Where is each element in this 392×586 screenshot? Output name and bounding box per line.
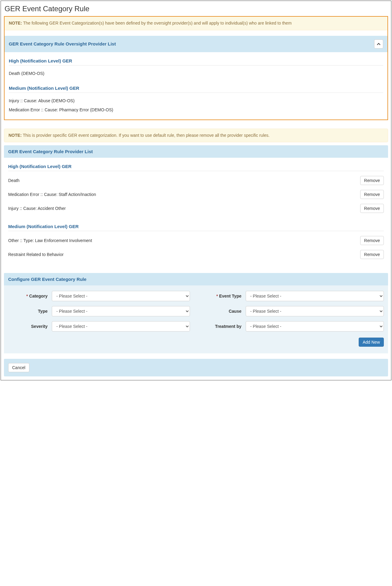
note-label: NOTE: [9, 21, 22, 25]
configure-body: *Category - Please Select - *Event Type … [4, 285, 388, 353]
rule-row: Other :: Type: Law Enforcement Involveme… [8, 234, 384, 248]
level-heading: Medium (Notification Level) GER [8, 224, 384, 231]
rule-text: Death [8, 178, 19, 183]
form-row-category: *Category - Please Select - [8, 291, 190, 301]
note-text: This is provider specific GER event cate… [23, 133, 270, 138]
remove-button[interactable]: Remove [360, 250, 384, 259]
rule-row: Injury :: Cause: Accident Other Remove [8, 201, 384, 215]
level-heading: Medium (Notification Level) GER [9, 86, 383, 93]
treatment-by-select[interactable]: - Please Select - [246, 321, 384, 332]
footer-bar: Cancel [4, 359, 388, 376]
form-row-type: Type - Please Select - [8, 306, 190, 316]
level-heading: High (Notification Level) GER [8, 164, 384, 171]
event-type-select[interactable]: - Please Select - [246, 291, 384, 301]
provider-section: GER Event Category Rule Provider List Hi… [4, 145, 388, 268]
cause-select[interactable]: - Please Select - [246, 306, 384, 316]
rule-text: Other :: Type: Law Enforcement Involveme… [8, 238, 92, 243]
category-label: *Category [8, 294, 48, 298]
category-select[interactable]: - Please Select - [52, 291, 190, 301]
form-row-treatment-by: Treatment by - Please Select - [202, 321, 384, 332]
add-new-button[interactable]: Add New [359, 338, 384, 347]
event-type-label: *Event Type [202, 294, 241, 298]
provider-heading-text: GER Event Category Rule Provider List [8, 149, 93, 154]
cancel-button[interactable]: Cancel [8, 363, 29, 372]
severity-select[interactable]: - Please Select - [52, 321, 190, 332]
form-row-cause: Cause - Please Select - [202, 306, 384, 316]
type-select[interactable]: - Please Select - [52, 306, 190, 316]
rule-text: Restraint Related to Behavior [8, 252, 64, 257]
remove-button[interactable]: Remove [360, 190, 384, 199]
remove-button[interactable]: Remove [360, 236, 384, 245]
rule-row: Restraint Related to Behavior Remove [8, 248, 384, 261]
rule-item: Medication Error :: Cause: Pharmacy Erro… [9, 104, 383, 113]
provider-panel-heading: GER Event Category Rule Provider List [4, 145, 388, 158]
rule-item: Injury :: Cause: Abuse (DEMO-OS) [9, 95, 383, 104]
oversight-panel-heading: GER Event Category Rule Oversight Provid… [5, 36, 387, 52]
required-asterisk: * [216, 294, 218, 298]
configure-panel-heading: Configure GER Event Category Rule [4, 273, 388, 285]
configure-section: Configure GER Event Category Rule *Categ… [4, 273, 388, 353]
configure-heading-text: Configure GER Event Category Rule [8, 277, 86, 282]
note-text: The following GER Event Categorization(s… [23, 21, 291, 25]
note-oversight: NOTE: The following GER Event Categoriza… [5, 17, 387, 30]
type-label: Type [8, 309, 48, 314]
form-row-severity: Severity - Please Select - [8, 321, 190, 332]
chevron-up-icon [377, 42, 380, 46]
provider-body: High (Notification Level) GER Death Remo… [4, 158, 388, 268]
form-row-event-type: *Event Type - Please Select - [202, 291, 384, 301]
rule-item: Death (DEMO-OS) [9, 68, 383, 77]
rule-text: Medication Error :: Cause: Staff Action/… [8, 192, 96, 197]
note-provider: NOTE: This is provider specific GER even… [4, 129, 388, 143]
treatment-by-label: Treatment by [202, 324, 241, 329]
rule-row: Death Remove [8, 173, 384, 187]
oversight-body: High (Notification Level) GER Death (DEM… [5, 52, 387, 120]
remove-button[interactable]: Remove [360, 204, 384, 213]
oversight-heading-text: GER Event Category Rule Oversight Provid… [9, 41, 116, 46]
collapse-oversight-button[interactable] [374, 39, 383, 49]
rule-row: Medication Error :: Cause: Staff Action/… [8, 187, 384, 201]
severity-label: Severity [8, 324, 48, 329]
level-heading: High (Notification Level) GER [9, 58, 383, 66]
cause-label: Cause [202, 309, 241, 314]
oversight-section: NOTE: The following GER Event Categoriza… [4, 16, 388, 120]
page-title: GER Event Category Rule [5, 5, 388, 13]
rule-text: Injury :: Cause: Accident Other [8, 206, 66, 211]
required-asterisk: * [26, 294, 28, 298]
remove-button[interactable]: Remove [360, 176, 384, 185]
note-label: NOTE: [8, 133, 22, 138]
